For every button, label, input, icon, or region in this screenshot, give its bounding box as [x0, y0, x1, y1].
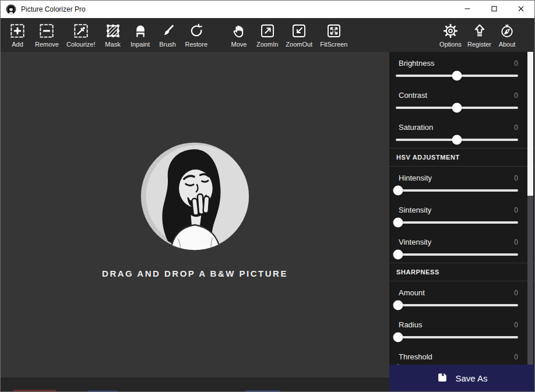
slider-label-saturation: Saturation	[399, 123, 433, 132]
maximize-button[interactable]	[481, 1, 508, 18]
slider-group-radius: Radius0	[396, 313, 518, 345]
slider-group-sintensity: Sintensity0	[396, 199, 518, 231]
slider-group-contrast: Contrast0	[396, 84, 518, 116]
contrast-slider[interactable]	[396, 107, 518, 109]
contrast-slider-thumb[interactable]	[452, 103, 462, 113]
zoom-in-icon	[259, 21, 276, 40]
tool-label: ZoomOut	[286, 41, 312, 48]
amount-slider[interactable]	[396, 304, 518, 306]
close-icon	[518, 5, 525, 14]
slider-value-saturation: 0	[514, 123, 518, 132]
minimize-button[interactable]	[454, 1, 481, 18]
minimize-icon	[464, 5, 471, 14]
toolbar-left-group: AddRemoveColourize!MaskInpaintBrushResto…	[8, 21, 347, 48]
brush-icon	[159, 21, 177, 40]
saturation-slider[interactable]	[396, 139, 518, 141]
cropped-content-fragment	[245, 390, 280, 391]
sintensity-slider[interactable]	[396, 221, 518, 224]
bw-portrait-placeholder-image	[139, 140, 251, 255]
cropped-content-fragment	[13, 390, 56, 391]
drop-hint-text: DRAG AND DROP A B&W PICTURE	[102, 269, 288, 278]
tool-restore[interactable]: Restore	[185, 21, 208, 48]
slider-group-saturation: Saturation0	[396, 116, 518, 148]
slider-group-amount: Amount0	[396, 281, 518, 313]
scrollbar-thumb[interactable]	[527, 52, 533, 196]
slider-label-brightness: Brightness	[399, 59, 434, 68]
save-floppy-icon	[436, 371, 449, 386]
tool-about[interactable]: About	[497, 21, 517, 48]
brightness-slider-thumb[interactable]	[452, 71, 462, 81]
tool-label: Colourize!	[66, 41, 96, 48]
radius-slider-thumb[interactable]	[393, 333, 403, 342]
slider-value-hintensity: 0	[514, 174, 518, 182]
slider-value-sintensity: 0	[514, 206, 518, 214]
app-window: Picture Colorizer Pro AddRemoveColourize…	[0, 0, 535, 392]
image-canvas: DRAG AND DROP A B&W PICTURE	[1, 52, 389, 377]
tool-label: Inpaint	[131, 41, 150, 48]
vintensity-slider[interactable]	[396, 253, 518, 256]
tool-label: ZoomIn	[256, 41, 278, 48]
register-arrow-icon	[471, 21, 488, 40]
tool-label: About	[499, 41, 516, 48]
tool-fitscreen[interactable]: FitScreen	[320, 21, 347, 48]
close-button[interactable]	[508, 1, 534, 18]
slider-label-amount: Amount	[399, 288, 425, 297]
save-as-button[interactable]: Save As	[389, 365, 534, 391]
drop-zone[interactable]: DRAG AND DROP A B&W PICTURE	[102, 140, 288, 278]
inpaint-icon	[132, 21, 149, 40]
colourize-icon	[72, 21, 90, 40]
hintensity-slider-thumb[interactable]	[393, 186, 403, 196]
slider-group-vintensity: Vintensity0	[396, 231, 518, 263]
slider-value-vintensity: 0	[514, 238, 518, 246]
fit-screen-icon	[325, 21, 343, 40]
mask-icon	[104, 21, 122, 40]
tool-brush[interactable]: Brush	[158, 21, 178, 48]
about-compass-icon	[498, 21, 516, 40]
tool-register[interactable]: Register	[467, 21, 491, 48]
slider-group-hintensity: Hintensity0	[396, 167, 518, 199]
radius-slider[interactable]	[396, 336, 518, 338]
app-logo-icon	[6, 4, 16, 15]
toolbar-right-group: OptionsRegisterAbout	[439, 21, 517, 48]
tool-inpaint[interactable]: Inpaint	[131, 21, 150, 48]
slider-value-threshold: 0	[514, 353, 518, 361]
vintensity-slider-thumb[interactable]	[393, 250, 403, 260]
hintensity-slider[interactable]	[396, 189, 518, 192]
adjustments-panel: Brightness0Contrast0Saturation0HSV ADJUS…	[389, 52, 534, 391]
slider-label-vintensity: Vintensity	[399, 238, 431, 246]
tool-label: Add	[12, 41, 23, 48]
amount-slider-thumb[interactable]	[393, 301, 403, 310]
brightness-slider[interactable]	[396, 75, 518, 77]
section-header-hsv-adjustment: HSV ADJUSTMENT	[389, 148, 534, 167]
panel-scrollbar[interactable]	[527, 52, 533, 365]
tool-options[interactable]: Options	[439, 21, 462, 48]
tool-label: Remove	[35, 41, 59, 48]
tool-zoomout[interactable]: ZoomOut	[286, 21, 312, 48]
tool-remove[interactable]: Remove	[35, 21, 59, 48]
tool-move[interactable]: Move	[229, 21, 249, 48]
save-as-label: Save As	[455, 373, 487, 383]
move-hand-icon	[230, 21, 248, 40]
window-title: Picture Colorizer Pro	[21, 5, 86, 13]
restore-icon	[188, 21, 205, 40]
slider-label-sintensity: Sintensity	[399, 206, 431, 214]
titlebar: Picture Colorizer Pro	[1, 1, 534, 18]
window-controls	[454, 1, 534, 18]
slider-label-contrast: Contrast	[399, 91, 427, 100]
tool-label: Move	[231, 41, 247, 48]
saturation-slider-thumb[interactable]	[452, 135, 462, 145]
tool-mask[interactable]: Mask	[103, 21, 123, 48]
sintensity-slider-thumb[interactable]	[393, 218, 403, 228]
slider-value-brightness: 0	[514, 59, 518, 68]
remove-icon	[38, 21, 55, 40]
slider-value-contrast: 0	[514, 91, 518, 100]
section-header-sharpness: SHARPNESS	[389, 263, 534, 281]
tool-label: FitScreen	[320, 41, 347, 48]
tool-colourize[interactable]: Colourize!	[66, 21, 96, 48]
add-icon	[9, 21, 26, 40]
tool-add[interactable]: Add	[8, 21, 27, 48]
tool-label: Brush	[159, 41, 176, 48]
slider-label-threshold: Threshold	[399, 352, 432, 361]
maximize-icon	[491, 5, 498, 14]
tool-zoomin[interactable]: ZoomIn	[256, 21, 278, 48]
